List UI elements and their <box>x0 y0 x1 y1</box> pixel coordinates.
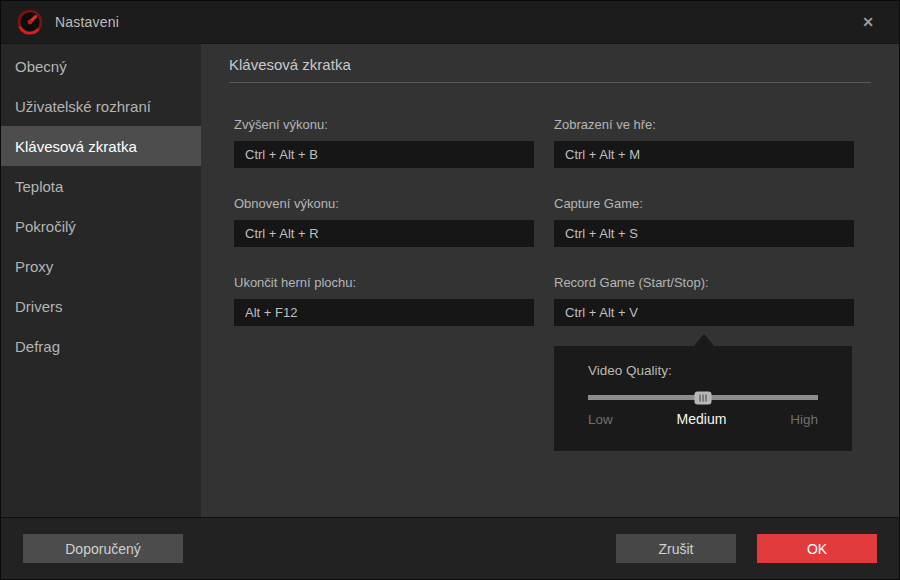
cancel-button[interactable]: Zrušit <box>616 534 736 563</box>
close-button[interactable]: ✕ <box>853 7 883 37</box>
option-medium[interactable]: Medium <box>677 411 727 427</box>
titlebar: Nastaveni ✕ <box>1 1 899 44</box>
hotkeys-page: Klávesová zkratka Zvýšení výkonu: Zobraz… <box>201 44 899 517</box>
option-low[interactable]: Low <box>588 412 613 427</box>
video-quality-slider[interactable] <box>588 395 818 400</box>
video-quality-panel: Video Quality: Low Medium High <box>554 346 852 451</box>
recommended-button[interactable]: Doporučený <box>23 534 183 563</box>
slider-handle-icon[interactable] <box>695 391 712 404</box>
sidebar-item-proxy[interactable]: Proxy <box>1 246 201 286</box>
settings-sidebar: Obecný Uživatelské rozhraní Klávesová zk… <box>1 44 201 517</box>
gauge-icon <box>17 9 43 35</box>
field-label: Ukončit herní plochu: <box>234 275 534 290</box>
field-label: Obnovení výkonu: <box>234 196 534 211</box>
popup-notch <box>694 334 714 346</box>
close-icon: ✕ <box>862 14 874 30</box>
settings-window: Nastaveni ✕ Obecný Uživatelské rozhraní … <box>0 0 900 580</box>
field-show-in-game: Zobrazení ve hře: <box>554 117 854 168</box>
hotkey-fields: Zvýšení výkonu: Zobrazení ve hře: Obnove… <box>234 117 871 451</box>
field-label: Record Game (Start/Stop): <box>554 275 854 290</box>
hotkey-input-performance-boost[interactable] <box>234 141 534 168</box>
field-quit-game-desktop: Ukončit herní plochu: <box>234 275 534 451</box>
hotkey-input-capture-game[interactable] <box>554 220 854 247</box>
hotkey-input-record-game[interactable] <box>554 299 854 326</box>
window-title: Nastaveni <box>55 14 119 30</box>
field-capture-game: Capture Game: <box>554 196 854 247</box>
field-restore-performance: Obnovení výkonu: <box>234 196 534 247</box>
video-quality-options: Low Medium High <box>588 411 818 427</box>
video-quality-label: Video Quality: <box>588 363 818 378</box>
field-label: Capture Game: <box>554 196 854 211</box>
hotkey-input-show-in-game[interactable] <box>554 141 854 168</box>
window-body: Obecný Uživatelské rozhraní Klávesová zk… <box>1 44 899 517</box>
sidebar-item-general[interactable]: Obecný <box>1 46 201 86</box>
field-performance-boost: Zvýšení výkonu: <box>234 117 534 168</box>
sidebar-item-advanced[interactable]: Pokročilý <box>1 206 201 246</box>
sidebar-item-hotkeys[interactable]: Klávesová zkratka <box>1 126 201 166</box>
option-high[interactable]: High <box>790 412 818 427</box>
sidebar-item-user-interface[interactable]: Uživatelské rozhraní <box>1 86 201 126</box>
footer-bar: Doporučený Zrušit OK <box>1 517 899 579</box>
hotkey-input-quit-game-desktop[interactable] <box>234 299 534 326</box>
field-record-game: Record Game (Start/Stop): Video Quality:… <box>554 275 854 451</box>
field-label: Zobrazení ve hře: <box>554 117 854 132</box>
field-label: Zvýšení výkonu: <box>234 117 534 132</box>
ok-button[interactable]: OK <box>757 534 877 563</box>
page-title: Klávesová zkratka <box>229 56 871 83</box>
sidebar-item-temperature[interactable]: Teplota <box>1 166 201 206</box>
sidebar-item-defrag[interactable]: Defrag <box>1 326 201 366</box>
sidebar-item-drivers[interactable]: Drivers <box>1 286 201 326</box>
hotkey-input-restore-performance[interactable] <box>234 220 534 247</box>
